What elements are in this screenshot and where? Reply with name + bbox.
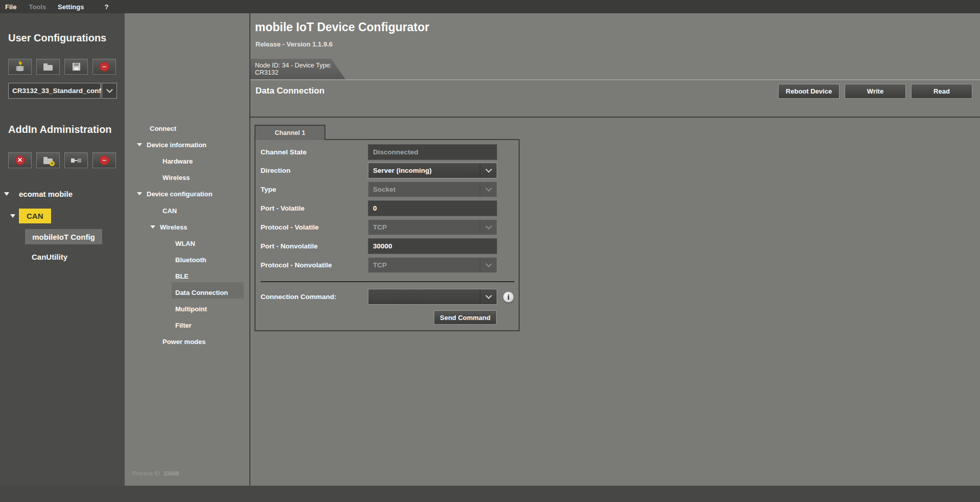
- close-addin-icon: ✕: [15, 155, 25, 165]
- protocol-nonvolatile-dropdown-button: [480, 258, 497, 272]
- nav-item-bluetooth[interactable]: Bluetooth: [175, 255, 206, 264]
- protocol-nonvolatile-value: TCP: [368, 258, 480, 272]
- main-area: mobile IoT Device Configurator Release -…: [250, 13, 980, 486]
- nav-item-multipoint[interactable]: Multipoint: [175, 304, 207, 313]
- read-button[interactable]: Read: [911, 84, 972, 99]
- tree-item-can[interactable]: CAN: [10, 209, 51, 223]
- field-row-protocol-nonvolatile: Protocol - Nonvolatile TCP: [255, 257, 519, 273]
- expander-triangle-icon[interactable]: [150, 225, 155, 229]
- nav-item-label: Data Connection: [175, 289, 228, 296]
- connection-command-dropdown[interactable]: [368, 289, 497, 305]
- header-separator: [250, 117, 980, 118]
- nav-item-label: Bluetooth: [175, 256, 206, 264]
- field-row-direction: Direction Server (incoming): [255, 163, 519, 178]
- field-row-connection-command: Connection Command:: [255, 289, 519, 305]
- device-tab[interactable]: Node ID: 34 - Device Type: CR3132: [250, 59, 345, 79]
- nav-item-label: Connect: [150, 125, 176, 132]
- config-select-arrow[interactable]: [102, 83, 117, 99]
- nav-item-wlan[interactable]: WLAN: [175, 239, 195, 248]
- menu-help[interactable]: ?: [101, 3, 111, 11]
- left-sidebar: User Configurations – CR3132_33_Standard…: [0, 13, 125, 486]
- nav-item-label: Power modes: [162, 338, 206, 346]
- config-select[interactable]: CR3132_33_Standard_conf: [8, 83, 101, 99]
- send-command-button[interactable]: Send Command: [434, 310, 497, 325]
- process-id-value: 33488: [164, 470, 179, 476]
- port-volatile-label: Port - Volatile: [261, 200, 305, 216]
- reboot-device-button[interactable]: Reboot Device: [778, 84, 839, 99]
- connection-command-value: [368, 289, 480, 304]
- chevron-down-icon: [485, 261, 492, 267]
- chevron-down-icon: [485, 185, 492, 192]
- nav-item-device-information[interactable]: Device information: [137, 140, 206, 149]
- channel-state-field: Disconnected: [368, 144, 497, 160]
- nav-item-wireless-config[interactable]: Wireless: [150, 222, 187, 232]
- close-addin-button[interactable]: ✕: [8, 152, 32, 168]
- save-config-button[interactable]: [64, 59, 88, 75]
- port-volatile-field[interactable]: 0: [368, 200, 497, 216]
- field-row-type: Type Socket: [255, 181, 519, 197]
- field-row-port-volatile: Port - Volatile 0: [255, 200, 519, 216]
- nav-item-can[interactable]: CAN: [162, 206, 177, 215]
- direction-dropdown[interactable]: Server (incoming): [368, 163, 497, 178]
- expander-triangle-icon[interactable]: [137, 192, 142, 195]
- nav-item-connect[interactable]: Connect: [150, 124, 176, 133]
- channel-state-label: Channel State: [261, 144, 307, 160]
- import-config-icon: [15, 62, 25, 72]
- nav-item-data-connection[interactable]: Data Connection: [175, 288, 228, 297]
- open-config-folder-icon: [43, 65, 53, 71]
- nav-item-filter[interactable]: Filter: [175, 321, 192, 330]
- menu-tools[interactable]: Tools: [26, 3, 49, 11]
- delete-config-icon: –: [100, 62, 109, 72]
- nav-item-power-modes[interactable]: Power modes: [162, 337, 206, 346]
- write-button[interactable]: Write: [845, 84, 906, 99]
- direction-value: Server (incoming): [368, 163, 480, 178]
- import-config-button[interactable]: [8, 59, 32, 75]
- direction-label: Direction: [261, 163, 291, 178]
- nav-item-label: Device information: [147, 141, 206, 149]
- port-nonvolatile-field[interactable]: 30000: [368, 238, 497, 254]
- tree-item-label: ecomat mobile: [19, 190, 73, 198]
- protocol-nonvolatile-dropdown: TCP: [368, 257, 497, 273]
- tree-item-mobileiot-config[interactable]: mobileIoT Config: [25, 229, 102, 244]
- connect-addin-icon: [71, 157, 81, 164]
- tree-item-canutility[interactable]: CanUtility: [32, 253, 67, 261]
- channel-groupbox: Channel State Disconnected Direction Ser…: [254, 139, 520, 331]
- expander-triangle-icon[interactable]: [4, 192, 9, 196]
- info-icon[interactable]: i: [503, 291, 514, 303]
- connection-command-dropdown-button[interactable]: [480, 289, 497, 304]
- delete-config-button[interactable]: –: [92, 59, 116, 75]
- nav-item-label: Filter: [175, 322, 192, 329]
- connect-addin-button[interactable]: [64, 152, 88, 168]
- device-nav-panel: Connect Device information Hardware Wire…: [125, 13, 250, 486]
- protocol-volatile-dropdown-button: [480, 220, 497, 235]
- chevron-down-icon: [485, 223, 492, 230]
- connection-command-label: Connection Command:: [261, 289, 337, 305]
- channel-tab[interactable]: Channel 1: [254, 125, 325, 140]
- field-row-protocol-volatile: Protocol - Volatile TCP: [255, 219, 519, 235]
- tree-item-ecomat-mobile[interactable]: ecomat mobile: [4, 190, 73, 198]
- add-addin-button[interactable]: +: [36, 152, 60, 168]
- remove-addin-icon: –: [100, 155, 109, 165]
- protocol-volatile-label: Protocol - Volatile: [261, 219, 319, 235]
- direction-dropdown-button[interactable]: [480, 163, 497, 178]
- nav-item-label: CAN: [162, 207, 177, 215]
- app-window: File Tools Settings ? User Configuration…: [0, 0, 980, 502]
- groupbox-separator: [261, 281, 515, 282]
- nav-item-wireless-info[interactable]: Wireless: [162, 173, 190, 182]
- type-dropdown: Socket: [368, 181, 497, 197]
- addin-administration-title: AddIn Administration: [8, 124, 112, 135]
- protocol-volatile-value: TCP: [368, 220, 480, 235]
- open-config-button[interactable]: [36, 59, 60, 75]
- expander-triangle-icon[interactable]: [10, 214, 15, 218]
- nav-item-device-configuration[interactable]: Device configuration: [137, 189, 213, 198]
- nav-item-hardware[interactable]: Hardware: [162, 156, 193, 166]
- can-highlight[interactable]: CAN: [19, 209, 51, 223]
- menu-settings[interactable]: Settings: [55, 3, 87, 11]
- menu-file[interactable]: File: [2, 3, 19, 11]
- expander-triangle-icon[interactable]: [137, 143, 142, 146]
- nav-item-label: Multipoint: [175, 305, 207, 313]
- nav-item-ble[interactable]: BLE: [175, 271, 189, 281]
- nav-item-label: Device configuration: [147, 190, 213, 198]
- section-title: Data Connection: [255, 86, 324, 96]
- remove-addin-button[interactable]: –: [92, 152, 116, 168]
